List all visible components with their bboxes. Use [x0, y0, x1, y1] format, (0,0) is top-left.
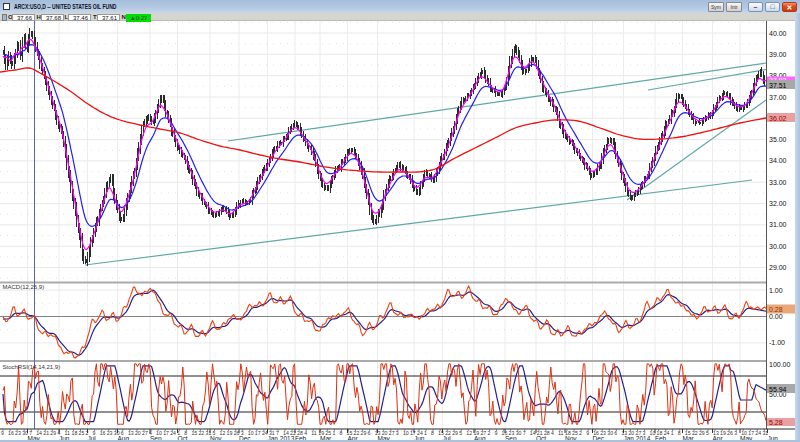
svg-text:55.94: 55.94: [769, 386, 787, 393]
svg-text:34.00: 34.00: [769, 157, 787, 164]
svg-text:29: 29: [452, 430, 458, 436]
svg-text:39.00: 39.00: [769, 51, 787, 58]
svg-text:0.28: 0.28: [769, 306, 783, 313]
svg-text:22: 22: [198, 430, 204, 436]
svg-text:29: 29: [699, 430, 705, 436]
svg-text:8: 8: [431, 430, 434, 436]
svg-text:5: 5: [706, 430, 709, 436]
svg-text:6: 6: [368, 430, 371, 436]
svg-text:2: 2: [488, 430, 491, 436]
svg-text:1: 1: [332, 430, 335, 436]
svg-text:8: 8: [678, 430, 681, 436]
svg-text:21: 21: [43, 430, 49, 436]
svg-text:29: 29: [50, 430, 56, 436]
svg-text:19: 19: [227, 430, 233, 436]
svg-text:100.00: 100.00: [769, 361, 791, 368]
svg-text:37.51: 37.51: [769, 82, 787, 89]
svg-text:17: 17: [163, 430, 169, 436]
svg-text:14: 14: [530, 430, 536, 436]
svg-text:9: 9: [495, 430, 498, 436]
svg-text:3: 3: [734, 430, 737, 436]
svg-text:18: 18: [72, 430, 78, 436]
svg-text:27: 27: [142, 430, 148, 436]
svg-text:8: 8: [339, 430, 342, 436]
svg-text:29.00: 29.00: [769, 264, 787, 271]
svg-text:MACD(12,26,9): MACD(12,26,9): [3, 284, 45, 290]
svg-text:30: 30: [607, 430, 613, 436]
svg-text:9: 9: [1, 430, 4, 436]
svg-text:6: 6: [614, 430, 617, 436]
svg-text:16: 16: [100, 430, 106, 436]
svg-text:17: 17: [255, 430, 261, 436]
svg-text:26: 26: [727, 430, 733, 436]
svg-text:24: 24: [755, 430, 761, 436]
svg-text:1: 1: [671, 430, 674, 436]
svg-text:2: 2: [579, 430, 582, 436]
svg-text:16: 16: [8, 430, 14, 436]
svg-text:30.00: 30.00: [769, 243, 787, 250]
svg-text:11: 11: [558, 430, 563, 436]
svg-text:5.28: 5.28: [769, 419, 783, 426]
svg-text:1.00: 1.00: [769, 287, 783, 294]
svg-text:24: 24: [170, 430, 176, 436]
svg-text:30: 30: [516, 430, 522, 436]
svg-text:9: 9: [586, 430, 589, 436]
svg-text:36.02: 36.02: [769, 115, 787, 122]
svg-text:40.00: 40.00: [769, 30, 787, 37]
svg-text:23: 23: [107, 430, 113, 436]
svg-text:37.00: 37.00: [769, 94, 787, 101]
svg-text:3: 3: [396, 430, 399, 436]
svg-text:4: 4: [551, 430, 554, 436]
svg-text:StochRSI(14,14,21,9): StochRSI(14,14,21,9): [3, 364, 61, 370]
svg-text:23: 23: [15, 430, 21, 436]
svg-text:35.00: 35.00: [769, 136, 787, 143]
svg-text:29: 29: [361, 430, 367, 436]
svg-text:31.00: 31.00: [769, 221, 787, 228]
svg-text:10: 10: [403, 430, 409, 436]
svg-text:15: 15: [191, 430, 197, 436]
svg-text:20: 20: [135, 430, 141, 436]
svg-text:32.00: 32.00: [769, 200, 787, 207]
svg-text:33.00: 33.00: [769, 179, 787, 186]
svg-text:-1.00: -1.00: [769, 339, 785, 346]
svg-text:25: 25: [79, 430, 85, 436]
svg-text:12: 12: [466, 430, 472, 436]
svg-text:0.00: 0.00: [769, 313, 783, 320]
svg-text:7: 7: [523, 430, 526, 436]
svg-text:5: 5: [459, 430, 462, 436]
svg-text:11: 11: [311, 430, 316, 436]
